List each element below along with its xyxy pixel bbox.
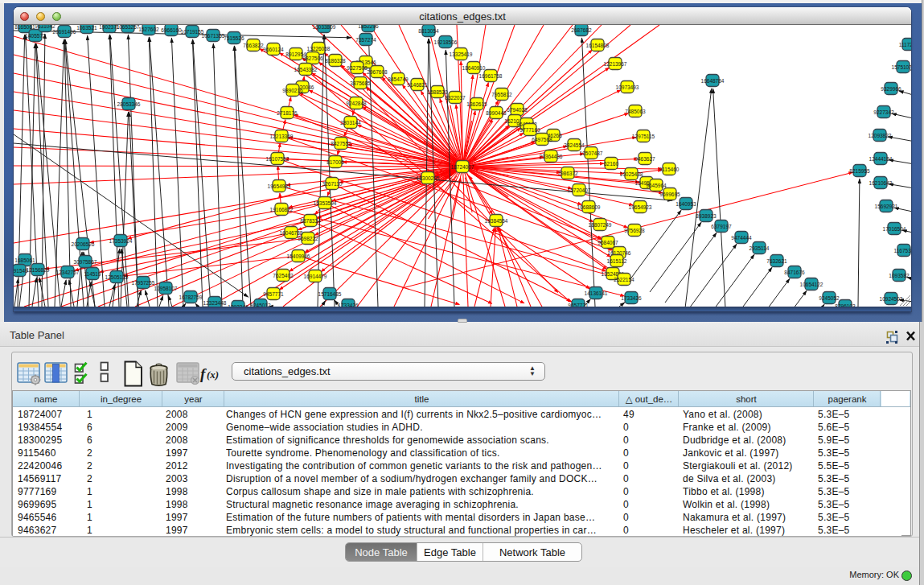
svg-text:19384554: 19384554 <box>485 218 508 224</box>
svg-text:2935114: 2935114 <box>749 245 770 251</box>
svg-text:19654983: 19654983 <box>268 183 291 189</box>
svg-text:6966160: 6966160 <box>161 27 182 33</box>
svg-text:10507487: 10507487 <box>580 150 603 156</box>
svg-text:12323448: 12323448 <box>203 300 227 306</box>
svg-text:17353924: 17353924 <box>109 238 133 244</box>
svg-text:6379197: 6379197 <box>711 224 732 229</box>
svg-text:18807249: 18807249 <box>589 222 612 228</box>
svg-text:1733426: 1733426 <box>338 303 359 307</box>
svg-text:10719155: 10719155 <box>181 29 204 35</box>
svg-text:15751074: 15751074 <box>892 64 911 70</box>
svg-text:16107552: 16107552 <box>266 156 290 162</box>
svg-text:10654122: 10654122 <box>800 282 823 287</box>
svg-text:16543382: 16543382 <box>294 67 318 72</box>
svg-text:15692921: 15692921 <box>875 204 898 209</box>
svg-text:28053346: 28053346 <box>117 101 141 107</box>
svg-text:1063521: 1063521 <box>76 25 97 31</box>
svg-text:10924502: 10924502 <box>880 296 903 302</box>
svg-text:1685061: 1685061 <box>14 257 35 263</box>
svg-text:1292346: 1292346 <box>228 304 248 307</box>
svg-text:15716485: 15716485 <box>318 291 342 297</box>
svg-text:9699695: 9699695 <box>659 192 680 197</box>
svg-text:1362615: 1362615 <box>466 101 487 107</box>
svg-text:1117264: 1117264 <box>899 42 911 47</box>
svg-text:7625402: 7625402 <box>273 273 294 278</box>
svg-text:9329966: 9329966 <box>881 86 901 92</box>
svg-text:9457771: 9457771 <box>263 291 284 297</box>
svg-text:10653257: 10653257 <box>117 25 140 30</box>
svg-text:9645964: 9645964 <box>646 183 667 188</box>
svg-text:7485063: 7485063 <box>625 109 646 114</box>
svg-text:18724007: 18724007 <box>451 164 474 170</box>
svg-text:2718176: 2718176 <box>277 110 298 116</box>
svg-text:(x): (x) <box>207 369 219 381</box>
svg-text:15353594: 15353594 <box>314 200 337 206</box>
svg-text:9245052: 9245052 <box>819 295 840 301</box>
svg-text:1640953: 1640953 <box>676 201 696 207</box>
svg-text:10958107: 10958107 <box>154 286 178 291</box>
svg-text:12156829: 12156829 <box>27 267 50 273</box>
svg-text:8471676: 8471676 <box>784 270 805 275</box>
svg-text:7515526: 7515526 <box>224 35 244 41</box>
svg-text:1405572: 1405572 <box>25 33 46 39</box>
svg-text:19166822: 19166822 <box>270 207 294 212</box>
svg-text:8186328: 8186328 <box>325 58 346 64</box>
svg-text:817006: 817006 <box>326 159 344 165</box>
svg-text:9756928: 9756928 <box>624 228 645 233</box>
svg-text:20206526: 20206526 <box>72 241 95 247</box>
svg-text:6794028: 6794028 <box>507 107 528 113</box>
svg-text:9890216: 9890216 <box>282 88 303 93</box>
svg-text:7986372: 7986372 <box>557 171 578 176</box>
svg-text:1093582: 1093582 <box>889 273 910 278</box>
svg-text:12505135: 12505135 <box>105 274 129 280</box>
svg-text:2522154: 2522154 <box>614 277 634 282</box>
svg-text:9146821: 9146821 <box>407 82 428 88</box>
svg-text:2687682: 2687682 <box>571 27 592 33</box>
svg-text:9115460: 9115460 <box>659 167 680 172</box>
svg-text:17016504: 17016504 <box>883 226 906 232</box>
svg-text:9827506: 9827506 <box>302 56 323 61</box>
svg-text:16961758: 16961758 <box>479 73 503 79</box>
svg-text:114519: 114519 <box>84 271 101 277</box>
svg-text:16782759: 16782759 <box>179 295 203 300</box>
svg-text:8322037: 8322037 <box>445 95 466 101</box>
svg-text:15409946: 15409946 <box>287 253 310 259</box>
svg-text:2967608: 2967608 <box>367 69 388 75</box>
svg-text:16154808: 16154808 <box>586 43 610 48</box>
svg-text:16033809: 16033809 <box>313 25 336 30</box>
svg-text:19654923: 19654923 <box>629 204 652 210</box>
svg-text:10688609: 10688609 <box>577 204 601 210</box>
svg-text:12213967: 12213967 <box>604 61 627 67</box>
svg-text:9660124: 9660124 <box>263 47 284 52</box>
svg-text:1733426: 1733426 <box>621 295 642 301</box>
svg-text:20691406: 20691406 <box>53 29 76 35</box>
svg-text:12444184: 12444184 <box>869 156 893 162</box>
svg-text:1852296: 1852296 <box>358 25 379 29</box>
svg-text:8878334: 8878334 <box>300 218 321 224</box>
svg-text:8215955: 8215955 <box>849 168 870 174</box>
svg-text:8796103: 8796103 <box>835 303 856 307</box>
svg-text:8938923: 8938923 <box>696 213 717 219</box>
svg-text:6497568: 6497568 <box>532 137 552 142</box>
svg-text:9698222: 9698222 <box>298 236 318 241</box>
svg-text:13226058: 13226058 <box>307 46 331 51</box>
svg-text:17957255: 17957255 <box>132 280 155 286</box>
svg-text:8427552: 8427552 <box>331 141 351 146</box>
svg-text:12093822: 12093822 <box>869 133 892 138</box>
svg-text:9684067: 9684067 <box>598 240 618 245</box>
svg-text:16648784: 16648784 <box>701 78 725 84</box>
svg-text:7663822: 7663822 <box>243 43 264 48</box>
svg-text:9227342: 9227342 <box>873 109 894 115</box>
svg-text:19218506: 19218506 <box>434 39 458 45</box>
svg-text:10973493: 10973493 <box>616 84 639 90</box>
svg-text:18300295: 18300295 <box>417 175 440 181</box>
svg-text:20364436: 20364436 <box>540 154 563 159</box>
svg-text:1167534: 1167534 <box>894 248 911 253</box>
svg-text:2803144: 2803144 <box>340 120 361 126</box>
svg-text:9242848: 9242848 <box>346 101 367 106</box>
svg-text:1527602: 1527602 <box>138 27 159 32</box>
svg-text:8813054: 8813054 <box>418 28 439 34</box>
svg-text:3267110: 3267110 <box>322 181 343 187</box>
svg-text:16046788: 16046788 <box>280 230 303 236</box>
svg-text:9777169: 9777169 <box>519 127 540 133</box>
